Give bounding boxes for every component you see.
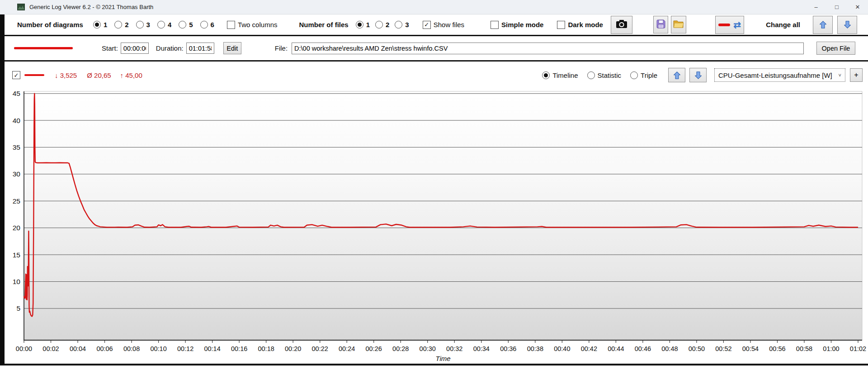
files-radio-group: 1 2 3 — [356, 21, 409, 28]
series-min-stat: ↓ 3,525 — [55, 71, 77, 79]
view-radio-statistic[interactable]: Statistic — [587, 71, 622, 79]
checkbox-icon — [423, 21, 431, 29]
arrow-up-icon — [819, 20, 827, 29]
start-input[interactable] — [121, 43, 149, 54]
open-file-button[interactable]: Open File — [816, 42, 855, 55]
arrow-up-icon — [673, 71, 681, 80]
svg-text:5: 5 — [16, 304, 20, 312]
svg-text:40: 40 — [13, 117, 21, 124]
window-edge-left — [0, 14, 5, 364]
save-icon — [656, 19, 666, 30]
show-files-checkbox[interactable]: Show files — [423, 21, 464, 29]
duration-label: Duration: — [156, 44, 184, 52]
svg-text:00:50: 00:50 — [689, 345, 705, 352]
file-label: File: — [275, 44, 288, 52]
series-visible-checkbox[interactable] — [12, 71, 20, 79]
minimize-button[interactable]: – — [806, 0, 826, 14]
svg-text:00:38: 00:38 — [527, 345, 543, 352]
channel-select-value: CPU-Gesamt-Leistungsaufnahme [W] — [718, 71, 832, 79]
file-bar: Start: Duration: Edit File: Open File — [0, 36, 868, 62]
main-toolbar: Number of diagrams 1 2 3 4 5 6 Two colum… — [0, 14, 868, 36]
channel-select[interactable]: CPU-Gesamt-Leistungsaufnahme [W] ˅ — [714, 68, 845, 82]
svg-text:00:58: 00:58 — [796, 345, 812, 352]
svg-text:00:30: 00:30 — [420, 345, 436, 352]
change-all-down-button[interactable] — [837, 16, 857, 34]
window-edge-bottom — [0, 364, 868, 365]
move-up-button[interactable] — [668, 68, 685, 82]
camera-icon — [616, 19, 627, 30]
edit-button[interactable]: Edit — [223, 42, 241, 54]
window-controls: – □ ✕ — [806, 0, 868, 14]
svg-text:00:56: 00:56 — [769, 345, 785, 352]
svg-text:00:36: 00:36 — [500, 345, 516, 352]
files-radio-3[interactable]: 3 — [395, 21, 409, 28]
svg-text:30: 30 — [13, 170, 21, 178]
svg-text:00:26: 00:26 — [366, 345, 382, 352]
svg-text:00:04: 00:04 — [70, 345, 86, 352]
diagrams-radio-group: 1 2 3 4 5 6 — [93, 21, 214, 28]
dark-mode-checkbox[interactable]: Dark mode — [557, 21, 603, 29]
duration-input[interactable] — [186, 43, 214, 54]
svg-text:00:42: 00:42 — [581, 345, 597, 352]
add-channel-button[interactable]: + — [850, 68, 863, 82]
radio-icon — [356, 21, 363, 28]
load-settings-button[interactable] — [671, 16, 686, 33]
x-axis-title: Time — [24, 355, 862, 362]
svg-text:00:18: 00:18 — [258, 345, 274, 352]
svg-text:00:24: 00:24 — [339, 345, 355, 352]
power-chart-svg: 4540353025201510500:0000:0200:0400:0600:… — [0, 89, 868, 364]
two-columns-checkbox[interactable]: Two columns — [227, 21, 278, 29]
file-path-input[interactable] — [292, 43, 804, 54]
svg-text:00:22: 00:22 — [312, 345, 328, 352]
radio-icon — [157, 21, 165, 28]
red-line-icon — [718, 24, 730, 26]
radio-icon — [375, 21, 383, 28]
svg-text:20: 20 — [13, 224, 21, 232]
view-radio-triple[interactable]: Triple — [630, 71, 657, 79]
svg-text:15: 15 — [13, 251, 20, 259]
checkbox-icon — [227, 21, 235, 29]
maximize-button[interactable]: □ — [826, 0, 847, 14]
svg-text:00:44: 00:44 — [608, 345, 624, 352]
start-label: Start: — [102, 44, 118, 52]
radio-icon — [630, 71, 638, 79]
close-button[interactable]: ✕ — [847, 0, 868, 14]
svg-text:00:06: 00:06 — [96, 345, 113, 352]
app-icon — [17, 4, 25, 10]
svg-text:00:32: 00:32 — [446, 345, 462, 352]
chevron-down-icon: ˅ — [839, 72, 841, 78]
save-button[interactable] — [653, 16, 668, 33]
title-bar: Generic Log Viewer 6.2 - © 2021 Thomas B… — [0, 0, 868, 14]
diagrams-radio-2[interactable]: 2 — [114, 21, 128, 28]
move-down-button[interactable] — [689, 68, 707, 82]
svg-text:00:14: 00:14 — [204, 345, 220, 352]
diagrams-radio-3[interactable]: 3 — [136, 21, 150, 28]
diagrams-radio-6[interactable]: 6 — [200, 21, 214, 28]
series-color-swatch — [14, 47, 73, 49]
view-radio-timeline[interactable]: Timeline — [542, 71, 578, 79]
svg-text:25: 25 — [13, 197, 20, 205]
diagrams-radio-1[interactable]: 1 — [93, 21, 107, 28]
arrow-down-icon — [844, 20, 851, 29]
svg-text:45: 45 — [13, 90, 20, 97]
series-color-swatch — [24, 74, 44, 76]
arrow-down-icon — [694, 71, 702, 80]
chart-area: 4540353025201510500:0000:0200:0400:0600:… — [0, 89, 868, 364]
change-all-label: Change all — [766, 21, 800, 28]
reset-button[interactable]: ⇄ — [715, 16, 744, 34]
refresh-icon: ⇄ — [733, 20, 741, 29]
series-max-stat: ↑ 45,00 — [120, 71, 142, 79]
diagrams-radio-4[interactable]: 4 — [157, 21, 171, 28]
radio-icon — [93, 21, 101, 28]
files-radio-2[interactable]: 2 — [375, 21, 389, 28]
simple-mode-checkbox[interactable]: Simple mode — [491, 21, 543, 29]
change-all-up-button[interactable] — [813, 16, 833, 34]
diagrams-radio-5[interactable]: 5 — [179, 21, 193, 28]
screenshot-button[interactable] — [611, 16, 632, 34]
radio-icon — [395, 21, 402, 28]
series-header: ↓ 3,525 Ø 20,65 ↑ 45,00 Timeline Statist… — [0, 62, 868, 89]
svg-text:01:00: 01:00 — [823, 345, 839, 352]
checkbox-icon — [557, 21, 565, 29]
files-radio-1[interactable]: 1 — [356, 21, 370, 28]
radio-icon — [179, 21, 186, 28]
